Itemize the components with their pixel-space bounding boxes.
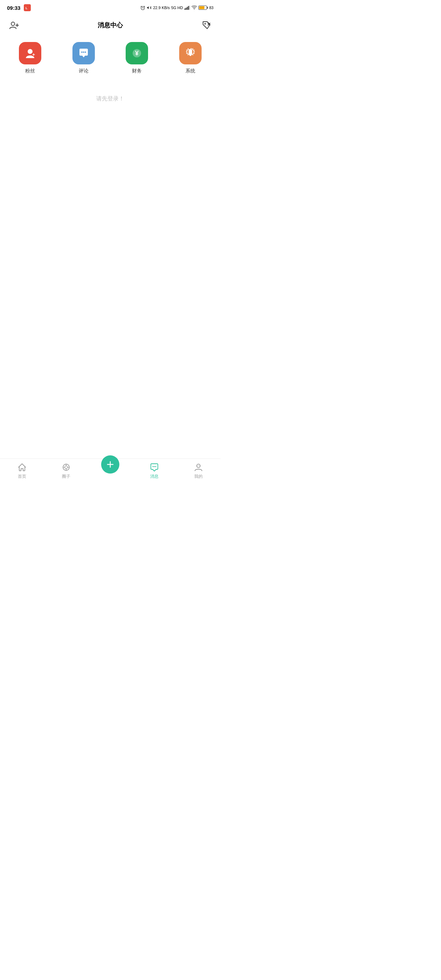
fans-icon [24,47,37,59]
login-prompt: 请先登录！ [0,81,221,116]
svg-point-25 [85,51,86,53]
add-post-button[interactable] [101,455,119,474]
nav-add[interactable] [100,460,121,474]
system-icon [184,47,197,59]
network-type: 5G HD [171,6,183,10]
fans-category-item[interactable]: 粉丝 [3,42,57,74]
finance-icon: ¥ [131,47,143,59]
home-nav-label: 首页 [18,474,26,479]
system-category-item[interactable]: 系统 [164,42,217,74]
comments-icon-bg [72,42,95,64]
nav-message[interactable]: 消息 [144,462,165,479]
svg-rect-10 [187,7,188,10]
system-label: 系统 [186,68,195,74]
svg-point-16 [204,23,206,24]
nav-home[interactable]: 首页 [11,462,33,479]
fans-icon-bg [19,42,41,64]
comments-label: 评论 [79,68,89,74]
wifi-icon [191,6,197,10]
svg-point-44 [199,466,200,466]
svg-point-42 [197,466,197,466]
message-nav-icon [150,462,159,472]
finance-icon-bg: ¥ [126,42,148,64]
notification-category-grid: 粉丝 评论 ¥ 财务 [0,35,221,81]
comments-category-item[interactable]: 评论 [57,42,111,74]
page-title: 消息中心 [21,21,199,29]
svg-rect-9 [186,8,186,10]
svg-point-19 [28,49,33,54]
circle-nav-label: 圈子 [62,474,70,479]
svg-point-31 [65,466,68,469]
nav-profile[interactable]: 我的 [188,462,209,479]
app-status-icon: L [24,4,31,11]
profile-nav-label: 我的 [194,474,203,479]
status-bar: 09:33 L 22.9 KB/s 5G HD [0,0,221,15]
battery-percent: 83 [209,6,213,10]
svg-point-38 [153,466,154,467]
battery-icon [199,6,208,10]
svg-point-24 [83,51,84,53]
svg-point-13 [11,22,15,25]
circle-nav-icon [61,462,71,472]
finance-label: 财务 [132,68,142,74]
network-speed: 22.9 KB/s [153,6,170,10]
alarm-icon [140,5,145,10]
svg-rect-11 [188,6,189,10]
filter-button[interactable] [199,18,213,32]
comments-icon [77,47,90,59]
plus-icon [105,460,115,469]
finance-category-item[interactable]: ¥ 财务 [110,42,164,74]
svg-point-40 [155,466,156,467]
add-user-icon [9,20,19,30]
svg-point-39 [154,466,155,467]
login-prompt-text: 请先登录！ [96,95,124,102]
svg-line-5 [144,6,145,7]
header: 消息中心 [0,15,221,35]
mute-icon [146,5,151,10]
status-right: 22.9 KB/s 5G HD 83 [140,5,213,10]
fans-label: 粉丝 [25,68,35,74]
svg-text:L: L [25,6,28,10]
nav-circle[interactable]: 圈子 [56,462,76,479]
add-user-button[interactable] [7,18,21,32]
home-nav-icon [17,462,27,472]
bottom-nav: 首页 圈子 [0,458,221,490]
svg-point-43 [198,466,199,466]
svg-line-4 [141,6,142,7]
svg-point-29 [190,55,191,56]
system-icon-bg [179,42,202,64]
signal-icon [185,6,190,10]
filter-icon [202,20,212,30]
status-time: 09:33 [7,5,20,11]
svg-rect-12 [189,6,190,10]
svg-point-23 [81,51,83,53]
profile-nav-icon [194,462,203,472]
svg-rect-8 [185,8,186,10]
svg-text:¥: ¥ [135,50,139,57]
message-nav-label: 消息 [150,474,159,479]
